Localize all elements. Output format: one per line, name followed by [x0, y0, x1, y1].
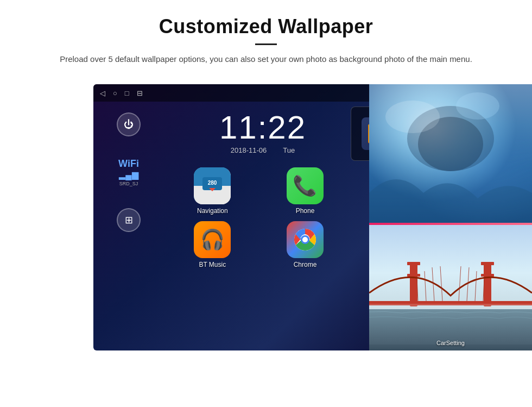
- phone-icon: 📞: [293, 174, 317, 197]
- list-item[interactable]: 🎧 BT Music: [169, 221, 256, 268]
- home-nav-icon: ○: [113, 89, 117, 97]
- chrome-app-icon[interactable]: [287, 221, 324, 258]
- apps-grid-icon: ⊞: [125, 214, 133, 226]
- carsetting-label: CarSetting: [436, 340, 465, 346]
- screenshot-nav-icon: ⊟: [137, 89, 143, 97]
- navigation-icon-svg: 280: [194, 167, 231, 204]
- page-description: Preload over 5 default wallpaper options…: [60, 53, 472, 66]
- power-icon: ⏻: [124, 119, 134, 130]
- btmusic-app-icon[interactable]: 🎧: [194, 221, 231, 258]
- wifi-network: SRD_SJ: [118, 181, 139, 186]
- status-bar-left: ◁ ○ □ ⊟: [100, 89, 143, 97]
- recents-nav-icon: □: [125, 89, 129, 97]
- title-divider: [255, 43, 277, 45]
- wifi-widget: WiFi ▂▄▆ SRD_SJ: [118, 158, 139, 186]
- wifi-signal: ▂▄▆: [118, 170, 139, 180]
- svg-rect-22: [481, 262, 494, 265]
- wallpaper-thumb-ice: [369, 84, 532, 223]
- clock-time: 11:22: [175, 111, 351, 144]
- chrome-app-label: Chrome: [294, 261, 317, 268]
- svg-rect-32: [369, 304, 532, 309]
- wallpaper-thumbnails: CarSetting: [369, 84, 532, 350]
- page-header: Customized Wallpaper Preload over 5 defa…: [0, 0, 532, 74]
- svg-rect-21: [484, 263, 491, 306]
- svg-point-14: [456, 92, 499, 120]
- clock-area: 11:22 2018-11-06 Tue: [175, 106, 351, 161]
- chrome-icon-svg: [293, 228, 317, 252]
- navigation-app-icon[interactable]: 280: [194, 167, 231, 204]
- svg-rect-20: [407, 274, 420, 277]
- ice-cave-svg: [369, 84, 532, 223]
- svg-rect-19: [407, 262, 420, 265]
- apps-button[interactable]: ⊞: [117, 208, 141, 232]
- clock-widget: 11:22 2018-11-06 Tue: [175, 106, 351, 161]
- golden-gate-svg: [369, 225, 532, 345]
- phone-app-icon[interactable]: 📞: [287, 167, 324, 204]
- clock-date: 2018-11-06: [231, 146, 267, 154]
- clock-date-row: 2018-11-06 Tue: [175, 146, 351, 154]
- svg-text:280: 280: [208, 180, 217, 186]
- power-button[interactable]: ⏻: [117, 112, 141, 136]
- list-item[interactable]: 280 Navigation: [169, 167, 256, 215]
- wallpaper-thumb-bridge: CarSetting: [369, 225, 532, 350]
- svg-rect-16: [369, 309, 532, 345]
- svg-point-9: [302, 237, 308, 242]
- svg-rect-23: [481, 274, 494, 277]
- navigation-app-label: Navigation: [197, 207, 228, 215]
- btmusic-app-label: BT Music: [199, 261, 226, 268]
- page-title: Customized Wallpaper: [33, 15, 499, 38]
- clock-day: Tue: [283, 146, 295, 154]
- list-item[interactable]: 📞 Phone: [262, 167, 349, 215]
- screenshot-container: ◁ ○ □ ⊟ 📍 ▼ 11:22 ⏻ WiFi ▂▄▆ SRD: [93, 84, 532, 350]
- wifi-label: WiFi: [118, 158, 139, 170]
- left-sidebar: ⏻ WiFi ▂▄▆ SRD_SJ ⊞: [93, 102, 164, 350]
- svg-point-13: [385, 101, 440, 133]
- back-nav-icon: ◁: [100, 89, 105, 97]
- svg-rect-18: [410, 263, 417, 306]
- phone-app-label: Phone: [296, 207, 315, 215]
- list-item[interactable]: Chrome: [262, 221, 349, 268]
- bluetooth-icon: 🎧: [200, 228, 225, 251]
- blue-ice-wallpaper: [369, 84, 532, 223]
